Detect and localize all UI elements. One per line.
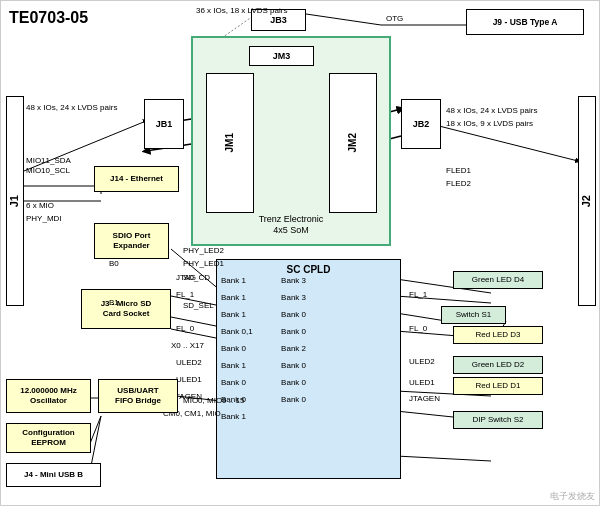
- jb2-block: JB2: [401, 99, 441, 149]
- cpld-row7: Bank 0Bank 0: [221, 378, 306, 387]
- j1-ios-label: 48 x IOs, 24 x LVDS pairs: [26, 103, 117, 112]
- cpld-row5: Bank 0Bank 2: [221, 344, 306, 353]
- b1-label: B1: [109, 298, 119, 307]
- jb1-block: JB1: [144, 99, 184, 149]
- jb1-label: JB1: [156, 119, 173, 130]
- jm2-label: JM2: [347, 133, 359, 152]
- j2-ios2-label: 18 x IOs, 9 x LVDS pairs: [446, 119, 533, 128]
- j1-label: J1: [8, 195, 21, 207]
- jm3-label: JM3: [273, 51, 291, 62]
- sd-sel-label: SD_SEL: [183, 301, 214, 310]
- osc-block: 12.000000 MHz Oscillator: [6, 379, 91, 413]
- jtagen-right-label: JTAGEN: [409, 394, 440, 403]
- j14-label: J14 - Ethernet: [110, 174, 163, 184]
- uled1-right-label: ULED1: [409, 378, 435, 387]
- sc-cpld-label: SC CPLD: [217, 264, 400, 276]
- config-eeprom-label: Configuration EEPROM: [22, 428, 74, 447]
- osc-label: 12.000000 MHz Oscillator: [20, 386, 76, 405]
- red-d3-block: Red LED D3: [453, 326, 543, 344]
- trenz-label: Trenz Electronic 4x5 SoM: [193, 214, 389, 236]
- svg-line-12: [396, 313, 446, 321]
- uled2-right-label: ULED2: [409, 357, 435, 366]
- sdio-block: SDIO Port Expander: [94, 223, 169, 259]
- green-d2-block: Green LED D2: [453, 356, 543, 374]
- cpld-row6: Bank 1Bank 0: [221, 361, 306, 370]
- switch-s1-block: Switch S1: [441, 306, 506, 324]
- j9-block: J9 - USB Type A: [466, 9, 584, 35]
- svg-line-24: [171, 249, 221, 291]
- j14-block: J14 - Ethernet: [94, 166, 179, 192]
- fl1-label: FL_1: [176, 290, 194, 299]
- mio0-label: MIO0, MIO9 .. 15: [183, 396, 244, 405]
- diagram-container: TE0703-05 OTG: [0, 0, 600, 506]
- svg-line-8: [439, 126, 578, 161]
- fl0-label: FL_0: [176, 324, 194, 333]
- watermark: 电子发烧友: [550, 490, 595, 503]
- red-d3-label: Red LED D3: [476, 330, 521, 340]
- green-d4-label: Green LED D4: [472, 275, 524, 285]
- j4-label: J4 - Mini USB B: [24, 470, 83, 480]
- fl0-right-label: FL_0: [409, 324, 427, 333]
- jb3-label: JB3: [270, 15, 287, 26]
- config-eeprom-block: Configuration EEPROM: [6, 423, 91, 453]
- fled2-label: FLED2: [446, 179, 471, 188]
- svg-text:OTG: OTG: [386, 14, 403, 23]
- jm1-label: JM1: [224, 133, 236, 152]
- j4-block: J4 - Mini USB B: [6, 463, 101, 487]
- phy-led2-label: PHY_LED2: [183, 246, 224, 255]
- green-d2-label: Green LED D2: [472, 360, 524, 370]
- b0-label: B0: [109, 259, 119, 268]
- jm2-block: JM2: [329, 73, 377, 213]
- j1-block: J1: [6, 96, 24, 306]
- svg-line-17: [396, 456, 491, 461]
- dip-s2-block: DIP Switch S2: [453, 411, 543, 429]
- uled1-in-label: ULED1: [176, 375, 202, 384]
- cpld-row9: Bank 1: [221, 412, 306, 421]
- ios-lvds-top-label: 36 x IOs, 18 x LVDS pairs: [196, 6, 287, 15]
- cpld-row2: Bank 1Bank 3: [221, 293, 306, 302]
- x0x17-label: X0 .. X17: [171, 341, 204, 350]
- usb-uart-block: USB/UART FIFO Bridge: [98, 379, 178, 413]
- fled1-label: FLED1: [446, 166, 471, 175]
- cpld-row4: Bank 0,1Bank 0: [221, 327, 306, 336]
- phy-led1-label: PHY_LED1: [183, 259, 224, 268]
- dip-s2-label: DIP Switch S2: [473, 415, 524, 425]
- uled2-in-label: ULED2: [176, 358, 202, 367]
- j2-block: J2: [578, 96, 596, 306]
- svg-line-0: [306, 14, 381, 25]
- sdio-label: SDIO Port Expander: [113, 231, 151, 250]
- j2-ios1-label: 48 x IOs, 24 x LVDS pairs: [446, 106, 537, 115]
- j1-phy-mdi-label: PHY_MDI: [26, 214, 62, 223]
- fl1-right-label: FL_1: [409, 290, 427, 299]
- jb2-label: JB2: [413, 119, 430, 130]
- jm3-block: JM3: [249, 46, 314, 66]
- red-d1-block: Red LED D1: [453, 377, 543, 395]
- cpld-row1: Bank 1Bank 3: [221, 276, 306, 285]
- j9-label: J9 - USB Type A: [493, 17, 558, 27]
- jm1-block: JM1: [206, 73, 254, 213]
- sd-cd-label: SD_CD: [183, 273, 210, 282]
- j1-mio-scl-label: MIO10_SCL: [26, 166, 70, 175]
- j2-label: J2: [580, 195, 593, 207]
- j3-block: J3 - Micro SD Card Socket: [81, 289, 171, 329]
- usb-uart-label: USB/UART FIFO Bridge: [115, 386, 161, 405]
- red-d1-label: Red LED D1: [476, 381, 521, 391]
- cpld-row3: Bank 1Bank 0: [221, 310, 306, 319]
- green-d4-block: Green LED D4: [453, 271, 543, 289]
- j1-6xmio-label: 6 x MIO: [26, 201, 54, 210]
- page-title: TE0703-05: [9, 9, 88, 27]
- switch-s1-label: Switch S1: [456, 310, 492, 320]
- j1-mio-sda-label: MIO11_SDA: [26, 156, 71, 165]
